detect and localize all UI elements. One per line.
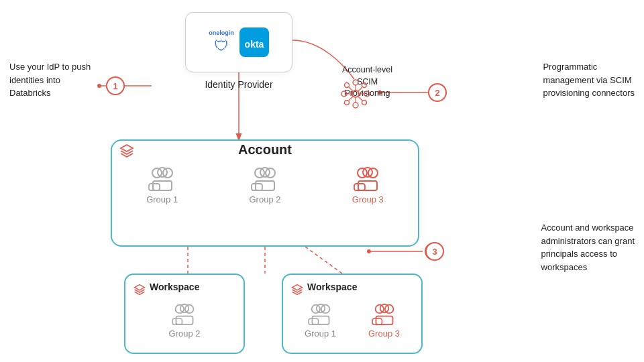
svg-point-10: [367, 249, 371, 253]
svg-rect-35: [153, 181, 172, 190]
idp-label: Identity Provider: [185, 79, 292, 90]
svg-rect-51: [176, 316, 193, 325]
workspace-1-title: Workspace: [150, 282, 199, 292]
workspace-1-group-2-label: Group 2: [169, 328, 201, 339]
account-group-1-label: Group 1: [146, 194, 178, 204]
right-bottom-description: Account and workspace administrators can…: [541, 221, 635, 274]
svg-rect-50: [172, 318, 182, 324]
onelogin-logo: onelogin 🛡: [209, 29, 234, 55]
svg-point-60: [380, 304, 388, 313]
svg-rect-62: [376, 316, 392, 325]
step-3-circle: 3: [425, 242, 444, 261]
workspace-2-header: Workspace: [283, 275, 421, 300]
step-1-circle: 1: [106, 76, 125, 95]
okta-icon: okta: [239, 27, 269, 57]
svg-line-7: [305, 247, 342, 274]
svg-point-43: [363, 168, 372, 177]
svg-rect-34: [149, 184, 160, 190]
ws2-group1-icon: [307, 303, 334, 326]
workspace-2-title: Workspace: [307, 282, 357, 292]
svg-line-28: [349, 97, 353, 101]
svg-point-20: [345, 101, 350, 105]
svg-rect-39: [252, 184, 262, 190]
onelogin-text: onelogin: [209, 29, 234, 36]
step-2-circle: 2: [428, 83, 447, 102]
ws2-group3-icon: [371, 303, 398, 326]
scim-network-icon: [339, 77, 372, 111]
okta-logo: okta: [239, 27, 269, 57]
account-group-3-label: Group 3: [352, 194, 384, 204]
svg-text:okta: okta: [244, 39, 264, 50]
svg-rect-44: [354, 184, 365, 190]
diagram-container: Use your IdP to push identities into Dat…: [0, 0, 644, 362]
svg-line-26: [349, 87, 353, 91]
scim-icon: [335, 74, 376, 114]
group-3-icon: [353, 166, 382, 192]
workspace-2-group-3: Group 3: [352, 303, 416, 339]
svg-point-19: [362, 83, 367, 88]
left-description: Use your IdP to push identities into Dat…: [9, 60, 91, 100]
svg-rect-61: [372, 318, 382, 324]
svg-point-17: [364, 91, 370, 97]
svg-marker-52: [292, 285, 303, 290]
account-group-2: Group 2: [231, 166, 299, 204]
account-groups: Group 1 Group 2 Group 3: [111, 166, 419, 204]
svg-marker-46: [135, 285, 145, 290]
idp-box: onelogin 🛡 okta: [185, 12, 292, 72]
workspace-2-group-3-label: Group 3: [368, 328, 400, 339]
workspace-1-group-2: Group 2: [151, 303, 218, 339]
svg-point-13: [352, 90, 359, 97]
account-group-3: Group 3: [334, 166, 401, 204]
workspace-2-group-1: Group 1: [288, 303, 352, 339]
svg-rect-40: [256, 181, 274, 190]
right-top-description: Programmatic management via SCIM provisi…: [543, 60, 635, 100]
svg-point-49: [180, 304, 189, 313]
workspace-2-box: Workspace Group 1: [282, 274, 423, 354]
svg-point-15: [353, 103, 358, 108]
svg-line-29: [358, 97, 362, 101]
svg-point-2: [97, 84, 101, 88]
workspace-2-layers-icon: [291, 284, 303, 296]
svg-point-16: [341, 91, 347, 97]
svg-point-55: [316, 304, 325, 313]
workspace-1-groups: Group 2: [125, 300, 244, 345]
svg-rect-57: [312, 316, 329, 325]
workspace-1-layers-icon: [133, 284, 146, 296]
svg-point-33: [158, 168, 167, 177]
group-2-icon: [250, 166, 280, 192]
svg-rect-45: [358, 181, 377, 190]
svg-point-14: [353, 80, 358, 85]
account-group-2-label: Group 2: [249, 194, 280, 204]
workspace-2-group-1-label: Group 1: [305, 328, 336, 339]
svg-point-21: [362, 101, 367, 105]
workspace-1-box: Workspace Group 2: [124, 274, 245, 354]
svg-line-27: [358, 87, 362, 91]
svg-point-38: [260, 168, 270, 177]
account-title: Account: [111, 142, 419, 158]
onelogin-shield-icon: 🛡: [214, 38, 229, 55]
svg-rect-56: [309, 318, 318, 324]
group-1-icon: [148, 166, 177, 192]
svg-point-18: [345, 83, 350, 88]
workspace-1-header: Workspace: [125, 275, 244, 300]
workspace-2-groups: Group 1 Group 3: [283, 300, 421, 345]
ws1-group-icon: [171, 303, 198, 326]
account-group-1: Group 1: [129, 166, 196, 204]
